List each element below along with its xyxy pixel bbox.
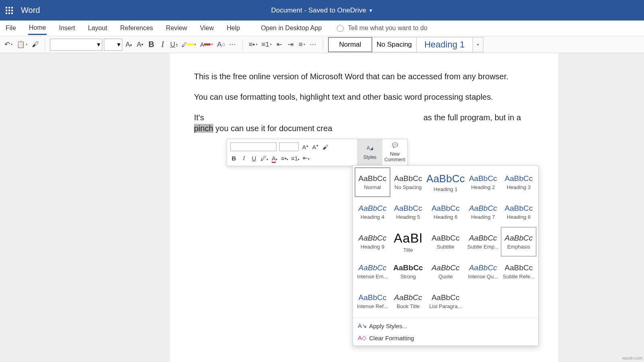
title-bar: Word Document - Saved to OneDrive ▼	[0, 0, 644, 21]
more-paragraph-button[interactable]: ⋯	[308, 39, 318, 50]
style-option-quote[interactable]: AaBbCcQuote	[426, 257, 465, 286]
mini-grow-font[interactable]: A▴	[301, 144, 309, 150]
document-title-text: Document - Saved to OneDrive	[271, 6, 366, 14]
style-option-list-paragra-[interactable]: AaBbCcList Paragra...	[426, 286, 465, 316]
clear-formatting-button[interactable]: A◇	[216, 39, 226, 50]
style-option-heading-7[interactable]: AaBbCcHeading 7	[465, 197, 501, 227]
clear-formatting-icon: A◇	[358, 334, 365, 341]
clear-formatting-label: Clear Formatting	[369, 335, 414, 341]
mini-italic[interactable]: I	[240, 155, 248, 162]
style-option-strong[interactable]: AaBbCcStrong	[390, 257, 426, 286]
style-option-no-spacing[interactable]: AaBbCcNo Spacing	[390, 167, 426, 197]
font-color-button[interactable]: A▾	[199, 39, 214, 50]
mini-bullets[interactable]: ≡•▾	[281, 155, 288, 162]
style-option-emphasis[interactable]: AaBbCcEmphasis	[501, 227, 537, 257]
shrink-font-button[interactable]: A▾	[135, 39, 145, 50]
mini-numbering[interactable]: ≡1▾	[291, 155, 299, 162]
style-option-heading-5[interactable]: AaBbCcHeading 5	[390, 197, 426, 227]
style-option-heading-3[interactable]: AaBbCcHeading 3	[501, 167, 537, 197]
style-option-title[interactable]: AaBlTitle	[390, 227, 426, 257]
style-option-intense-qu-[interactable]: AaBbCcIntense Qu...	[465, 257, 501, 286]
tell-me-search[interactable]: Tell me what you want to do	[337, 25, 427, 32]
style-option-intense-em-[interactable]: AaBbCcIntense Em...	[355, 257, 390, 286]
ribbon: ↶▾ 📋▾ 🖌 ▾ ▾ A▴ A▾ B I U▾ 🖊▾ A▾ A◇ ⋯ ≡•▾ …	[0, 36, 644, 53]
mini-outdent[interactable]: ⇤▾	[302, 154, 310, 162]
tab-insert[interactable]: Insert	[58, 22, 76, 34]
open-in-desktop-button[interactable]: Open in Desktop App	[260, 22, 322, 34]
style-heading1[interactable]: Heading 1	[417, 37, 473, 52]
mini-bold[interactable]: B	[230, 155, 237, 162]
style-option-subtitle[interactable]: AaBbCcSubtitle	[426, 227, 465, 257]
paragraph: This is the free online version of Micro…	[194, 71, 534, 82]
comment-icon: 💬	[392, 142, 398, 150]
mini-shrink-font[interactable]: A▾	[312, 144, 319, 150]
tell-me-label: Tell me what you want to do	[348, 25, 427, 32]
workspace: This is the free online version of Micro…	[0, 53, 644, 362]
tab-file[interactable]: File	[5, 22, 17, 34]
style-normal[interactable]: Normal	[328, 37, 372, 52]
style-option-heading-9[interactable]: AaBbCcHeading 9	[355, 227, 390, 257]
mini-highlight[interactable]: 🖊▾	[260, 155, 268, 162]
apply-styles-icon: A↘	[358, 322, 365, 329]
styles-gallery: AaBbCcNormalAaBbCcNo SpacingAaBbCcHeadin…	[353, 165, 539, 346]
styles-icon: A◢	[367, 145, 373, 153]
chevron-down-icon: ▼	[369, 8, 373, 13]
mini-underline[interactable]: U	[250, 155, 258, 162]
app-launcher-icon[interactable]	[0, 1, 19, 20]
tab-view[interactable]: View	[199, 22, 215, 34]
style-option-heading-6[interactable]: AaBbCcHeading 6	[426, 197, 465, 227]
highlight-button[interactable]: 🖊▾	[180, 39, 197, 50]
apply-styles-button[interactable]: A↘ Apply Styles...	[353, 320, 538, 332]
mini-new-comment-button[interactable]: 💬 NewComment	[382, 139, 407, 166]
document-title[interactable]: Document - Saved to OneDrive ▼	[271, 6, 373, 14]
mini-styles-button[interactable]: A◢ Styles	[357, 139, 382, 166]
tab-home[interactable]: Home	[28, 22, 47, 35]
format-painter-button[interactable]: 🖌	[30, 39, 40, 50]
align-button[interactable]: ≡▾	[297, 39, 307, 50]
mini-toolbar: A▴ A▾ 🖌 B I U 🖊▾ A▾ ≡•▾ ≡1▾ ⇤▾ A◢ Styles…	[227, 139, 408, 166]
mini-font-combo[interactable]	[230, 142, 277, 151]
italic-button[interactable]: I	[158, 39, 167, 50]
style-option-heading-1[interactable]: AaBbCcHeading 1	[426, 167, 465, 197]
app-name: Word	[21, 6, 40, 15]
apply-styles-label: Apply Styles...	[369, 323, 407, 329]
style-option-intense-ref-[interactable]: AaBbCcIntense Ref...	[355, 286, 390, 316]
paragraph: It's ___________________________________…	[194, 112, 534, 134]
paste-button[interactable]: 📋▾	[15, 39, 29, 50]
style-option-subtle-emp-[interactable]: AaBbCcSubtle Emp...	[465, 227, 501, 257]
grow-font-button[interactable]: A▴	[124, 39, 134, 50]
mini-styles-label: Styles	[363, 154, 377, 160]
mini-format-painter[interactable]: 🖌	[322, 144, 329, 150]
style-no-spacing[interactable]: No Spacing	[372, 37, 417, 52]
bullets-button[interactable]: ≡•▾	[248, 39, 259, 50]
style-option-heading-8[interactable]: AaBbCcHeading 8	[501, 197, 537, 227]
tab-references[interactable]: References	[120, 22, 154, 34]
undo-button[interactable]: ↶▾	[3, 39, 14, 50]
font-name-combo[interactable]: ▾	[50, 39, 102, 51]
mini-size-combo[interactable]	[279, 142, 299, 151]
style-option-heading-4[interactable]: AaBbCcHeading 4	[355, 197, 390, 227]
style-option-subtle-refe-[interactable]: AaBbCcSubtle Refe...	[501, 257, 537, 286]
styles-more-button[interactable]: ▾	[473, 37, 483, 52]
font-size-combo[interactable]: ▾	[104, 39, 122, 51]
paragraph: You can use formatting tools, highlight …	[194, 92, 534, 103]
style-option-normal[interactable]: AaBbCcNormal	[355, 167, 390, 197]
style-option-heading-2[interactable]: AaBbCcHeading 2	[465, 167, 501, 197]
tab-help[interactable]: Help	[226, 22, 241, 34]
tab-layout[interactable]: Layout	[87, 22, 108, 34]
bold-button[interactable]: B	[147, 39, 156, 50]
numbering-button[interactable]: ≡1▾	[260, 39, 273, 50]
increase-indent-button[interactable]: ⇥	[286, 39, 295, 50]
tab-review[interactable]: Review	[165, 22, 188, 34]
menu-bar: File Home Insert Layout References Revie…	[0, 21, 644, 36]
decrease-indent-button[interactable]: ⇤	[275, 39, 284, 50]
selected-text: pinch	[194, 124, 213, 133]
style-option-book-title[interactable]: AaBbCcBook Title	[390, 286, 426, 316]
clear-formatting-button[interactable]: A◇ Clear Formatting	[353, 332, 538, 344]
underline-button[interactable]: U▾	[169, 39, 179, 50]
more-font-button[interactable]: ⋯	[228, 39, 237, 50]
mini-font-color[interactable]: A▾	[271, 155, 278, 162]
watermark: wsxdn.com	[622, 356, 642, 360]
lightbulb-icon	[337, 25, 344, 32]
